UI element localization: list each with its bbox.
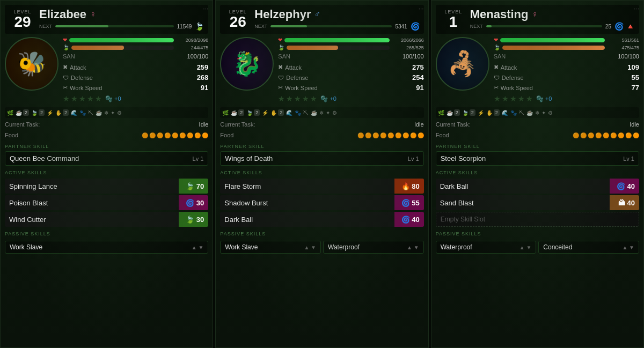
- skill-name: Flare Storm: [220, 179, 394, 194]
- work-icon-item: 🌊: [286, 109, 292, 116]
- creature-card-helzephyr: ··· LEVEL 26 Helzephyr ♂ NEXT 5341 �: [215, 0, 428, 348]
- dots-menu[interactable]: ···: [419, 5, 424, 12]
- skill-badge: 🌀 55: [394, 195, 424, 210]
- passive-dropdown-icon[interactable]: ▲ ▼: [622, 245, 634, 250]
- defense-label: 🛡 Defense: [63, 75, 93, 81]
- gender-icon: ♀: [531, 10, 538, 19]
- passive-dropdown-icon[interactable]: ▲ ▼: [407, 245, 419, 250]
- card-header: LEVEL 26 Helzephyr ♂ NEXT 5341 🌀: [220, 5, 423, 34]
- passive-skill-box[interactable]: Work Slave ▲ ▼: [5, 241, 208, 254]
- passive-skill-box[interactable]: Work Slave ▲ ▼: [220, 241, 321, 254]
- passive-skill-box[interactable]: Conceited ▲ ▼: [538, 241, 639, 254]
- san-label: SAN: [63, 53, 75, 60]
- skill-name: Poison Blast: [5, 195, 179, 210]
- food-dot: 🟠: [187, 132, 193, 138]
- skill-name: Wind Cutter: [5, 212, 179, 227]
- food-dot: 🟠: [202, 132, 208, 138]
- stam-bar-container: [502, 46, 605, 50]
- next-label: NEXT: [254, 24, 267, 29]
- spiral-icon: 🌀: [411, 22, 420, 31]
- work-icon-item: 🍃2: [462, 109, 475, 116]
- work-icon-item: ⚙: [332, 109, 337, 116]
- workspeed-label: ✂ Work Speed: [494, 84, 533, 91]
- stam-value: 244/475: [176, 45, 208, 50]
- san-row: SAN 100/100: [494, 53, 639, 60]
- passive-dropdown-icon[interactable]: ▲ ▼: [192, 245, 204, 250]
- star-4: ★: [518, 94, 525, 103]
- star-4: ★: [87, 94, 94, 103]
- stam-bar-fill: [71, 46, 124, 50]
- workspeed-value: 91: [416, 84, 423, 92]
- card-header: LEVEL 29 Elizabee ♀ NEXT 11549 🍃: [5, 5, 208, 34]
- work-icon-badge: 2: [254, 109, 260, 116]
- skill-badge: 🌀 30: [179, 195, 208, 210]
- food-label: Food: [220, 132, 233, 138]
- food-label: Food: [5, 132, 18, 138]
- defense-value: 254: [412, 73, 424, 82]
- stats-panel: ❤ 2066/2066 🍃 265/525 SAN 100/100: [278, 37, 423, 103]
- san-row: SAN 100/100: [278, 53, 423, 60]
- stam-bar-row: 🍃 265/525: [278, 45, 423, 50]
- workspeed-row: ✂ Work Speed 91: [278, 84, 423, 92]
- passive-skill-box[interactable]: Waterproof ▲ ▼: [323, 241, 424, 254]
- next-xp: 11549: [177, 24, 192, 29]
- work-icon-item: 🐾: [79, 109, 86, 116]
- creature-card-menasting: ··· LEVEL 1 Menasting ♀ NEXT 25 🌀🔺: [431, 0, 644, 348]
- work-icon-item: ☕: [311, 109, 317, 116]
- food-dot: 🟠: [194, 132, 201, 138]
- food-row: Food 🟠🟠🟠🟠🟠🟠🟠🟠🟠: [436, 131, 639, 139]
- dots-menu[interactable]: ···: [203, 5, 208, 12]
- next-label: NEXT: [470, 24, 483, 29]
- food-dot: 🟠: [380, 132, 386, 138]
- task-row: Current Task: Idle: [220, 120, 423, 129]
- level-box: LEVEL 1: [440, 9, 467, 29]
- work-icon-item: ❄: [319, 109, 324, 116]
- passive-skill-box[interactable]: Waterproof ▲ ▼: [436, 241, 537, 254]
- triangle-icon: 🔺: [626, 22, 635, 31]
- food-dot: 🟠: [149, 132, 156, 138]
- passive-skills-list: Work Slave ▲ ▼ Waterproof ▲ ▼: [220, 241, 423, 254]
- work-icon-item: ❄: [104, 109, 108, 116]
- creature-portrait: 🐉: [220, 37, 274, 91]
- hp-bar-row: ❤ 2066/2066: [278, 37, 423, 43]
- empty-skill-slot: Empty Skill Slot: [436, 212, 639, 227]
- food-dot: 🟠: [365, 132, 371, 138]
- food-dot: 🟠: [179, 132, 186, 138]
- skill-row: Wind Cutter 🍃 30: [5, 212, 208, 227]
- food-bonus: 🫧 +0: [320, 95, 336, 102]
- passive-dropdown-icon[interactable]: ▲ ▼: [519, 245, 532, 250]
- gender-icon: ♀: [90, 10, 96, 19]
- stam-icon: 🍃: [278, 45, 284, 50]
- partner-skill-level: Lv 1: [408, 156, 419, 162]
- hp-icon: ❤: [63, 37, 67, 43]
- next-bar: [55, 25, 174, 27]
- passive-dropdown-icon[interactable]: ▲ ▼: [304, 245, 316, 250]
- work-icon-badge: 2: [454, 109, 460, 116]
- skill-badge: 🍃 30: [179, 212, 208, 227]
- work-icon-item: 🐾: [295, 109, 301, 116]
- passive-skills-label: Passive Skills: [436, 231, 639, 236]
- dots-menu[interactable]: ···: [634, 5, 639, 12]
- creature-portrait: 🐝: [5, 37, 58, 91]
- workspeed-label: ✂ Work Speed: [63, 84, 102, 91]
- spiral-icon: 🌀: [614, 22, 624, 31]
- workspeed-value: 77: [632, 84, 639, 92]
- portrait-image: 🐉: [232, 50, 262, 78]
- next-xp: 5341: [395, 24, 407, 29]
- work-icon-item: 🐾: [510, 109, 517, 116]
- defense-value: 55: [632, 73, 639, 82]
- stam-icon: 🍃: [494, 45, 500, 50]
- skill-row: Spinning Lance 🍃 70: [5, 179, 208, 194]
- skill-name: Spinning Lance: [5, 179, 179, 194]
- partner-skill-name: Wings of Death: [225, 154, 273, 162]
- task-row: Current Task: Idle: [436, 120, 639, 129]
- work-icon-item: ⚙: [548, 109, 553, 116]
- defense-label: 🛡 Defense: [278, 75, 308, 81]
- work-icon-badge: 2: [278, 109, 284, 116]
- active-skills-label: Active Skills: [436, 170, 639, 175]
- stars-row: ★ ★ ★ ★ ★ 🫧 +0: [63, 94, 208, 103]
- current-task-value: Idle: [199, 121, 209, 128]
- san-value: 100/100: [187, 53, 209, 60]
- work-icons: 🌿☕2🍃2⚡✋2🌊🐾⛏☕❄✦⚙: [5, 107, 208, 118]
- next-row: NEXT 25 🌀🔺: [470, 22, 635, 31]
